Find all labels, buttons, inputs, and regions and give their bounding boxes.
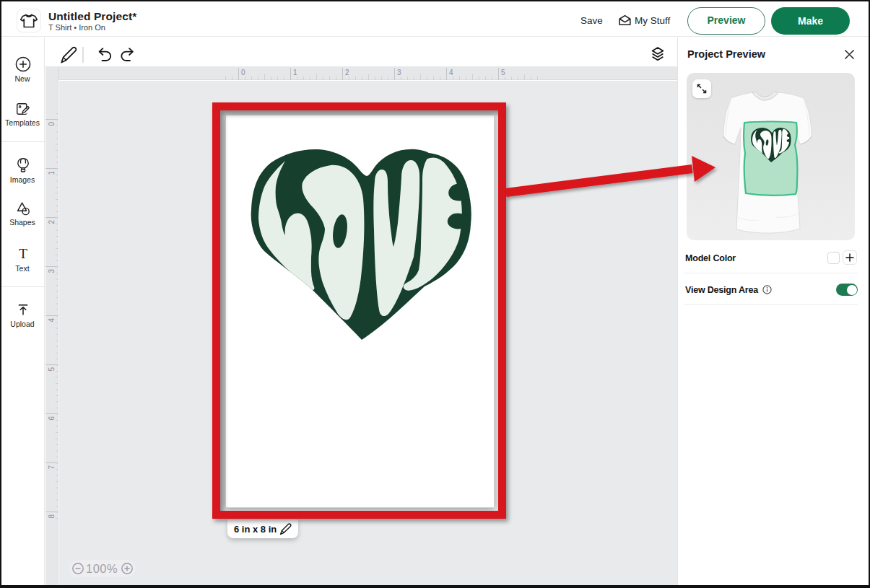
- svg-text:4: 4: [48, 318, 56, 322]
- svg-text:3: 3: [48, 269, 56, 273]
- svg-text:0: 0: [48, 122, 56, 126]
- svg-text:8: 8: [48, 514, 56, 519]
- svg-text:0: 0: [241, 69, 245, 76]
- svg-text:1: 1: [48, 171, 56, 175]
- svg-text:7: 7: [48, 465, 56, 470]
- svg-text:1: 1: [293, 69, 297, 76]
- svg-text:6: 6: [48, 416, 56, 421]
- svg-text:4: 4: [449, 69, 453, 76]
- svg-text:5: 5: [48, 367, 56, 372]
- svg-text:T: T: [19, 246, 27, 261]
- svg-text:5: 5: [501, 69, 505, 76]
- svg-text:3: 3: [397, 69, 401, 76]
- svg-text:2: 2: [345, 69, 349, 76]
- svg-text:2: 2: [48, 220, 56, 224]
